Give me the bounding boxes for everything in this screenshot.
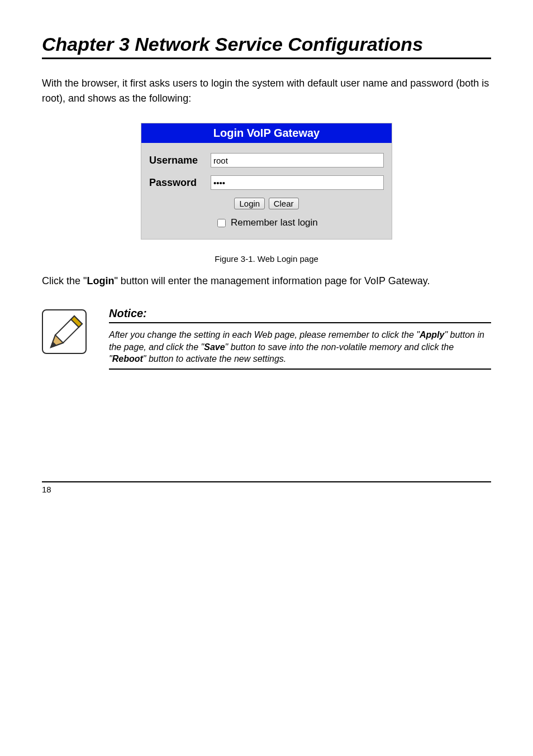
- note-topline: [109, 322, 491, 323]
- remember-label: Remember last login: [231, 217, 318, 228]
- password-label: Password: [149, 177, 211, 189]
- para2-a: Click the ": [42, 275, 87, 286]
- note-heading: Notice:: [109, 306, 491, 321]
- username-row: Username: [149, 153, 384, 168]
- note-content: Notice: After you change the setting in …: [109, 306, 491, 370]
- note-text-d: " button to activate the new settings.: [143, 354, 287, 363]
- chapter-heading: Chapter 3 Network Service Configurations: [42, 34, 491, 55]
- login-buttons-row: Login Clear: [149, 198, 384, 209]
- username-label: Username: [149, 155, 211, 166]
- clear-button[interactable]: Clear: [269, 198, 299, 209]
- note-text-a: After you change the setting in each Web…: [109, 330, 420, 339]
- page-footer: 18: [42, 481, 491, 495]
- username-input[interactable]: [211, 153, 384, 168]
- intro-paragraph: With the browser, it first asks users to…: [42, 76, 491, 106]
- page-number: 18: [42, 485, 51, 494]
- note-save-word: Save: [204, 342, 225, 352]
- note-block: Notice: After you change the setting in …: [42, 306, 491, 370]
- remember-checkbox[interactable]: [217, 219, 226, 227]
- chapter-rule: [42, 58, 491, 59]
- password-row: Password: [149, 175, 384, 190]
- note-apply-word: Apply: [420, 330, 444, 339]
- password-input[interactable]: [211, 175, 384, 190]
- note-bottomline: [109, 369, 491, 370]
- page-footer-line: [42, 481, 491, 482]
- pencil-note-icon: [42, 309, 87, 354]
- login-box: Login VoIP Gateway Username Password Log…: [141, 123, 392, 240]
- figure-caption: Figure 3-1. Web Login page: [42, 254, 491, 264]
- login-box-header: Login VoIP Gateway: [141, 123, 392, 143]
- note-reboot-word: Reboot: [112, 354, 143, 363]
- note-icon-cell: [42, 306, 109, 370]
- para2-login-word: Login: [87, 275, 114, 286]
- paragraph-login-desc: Click the "Login" button will enter the …: [42, 274, 491, 289]
- remember-row: Remember last login: [149, 217, 384, 229]
- login-button[interactable]: Login: [234, 198, 265, 209]
- para2-b: " button will enter the management infor…: [114, 275, 430, 286]
- login-box-body: Username Password Login Clear Remember l…: [141, 143, 392, 239]
